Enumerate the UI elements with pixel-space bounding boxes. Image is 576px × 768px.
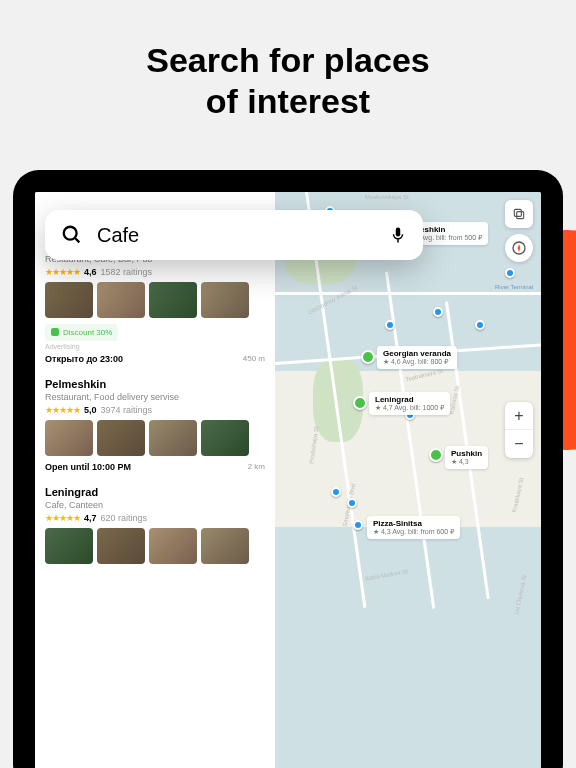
svg-rect-0 [514,209,521,216]
open-hours: Открыто до 23:00 [45,354,123,364]
rating-score: 4,6 [84,267,97,277]
search-icon [61,224,83,246]
rating-score: 4,7 [84,513,97,523]
street-label: Obkhodnoy Kanal St [307,284,358,315]
street-label: River Terminal [495,284,533,290]
compass-icon [511,240,527,256]
layers-icon [512,207,526,221]
results-panel[interactable]: Georgian veranda Restaurant, Cafe, Bar, … [35,192,275,768]
pin-label[interactable]: Pizza-Sinitsa★ 4,3 Avg. bill: from 600 ₽ [367,516,460,539]
street-label: Knutskaya St [511,477,524,513]
star-icon: ★★★★★ [45,513,80,523]
screen: Georgian veranda Restaurant, Cafe, Bar, … [35,192,541,768]
mic-icon[interactable] [389,224,407,246]
search-bar[interactable] [45,210,423,260]
discount-badge[interactable]: Discount 30% [45,324,118,341]
hero-title-2: of interest [0,81,576,122]
map-pin[interactable] [385,320,395,330]
map-pin-featured[interactable] [429,448,443,462]
open-hours: Open until 10:00 PM [45,462,131,472]
result-card[interactable]: Leningrad Cafe, Canteen ★★★★★4,7620 rait… [45,486,265,564]
zoom-control: + − [505,402,533,458]
photo-row[interactable] [45,420,265,456]
street-label: Karla-Marksa St [365,568,408,581]
star-icon: ★★★★★ [45,267,80,277]
pin-label[interactable]: Georgian veranda★ 4,6 Avg. bill: 800 ₽ [377,346,457,369]
map-pin[interactable] [475,320,485,330]
map-pin-featured[interactable] [361,350,375,364]
street-label: Teatralnaya St [405,367,444,382]
map-pin[interactable] [331,487,341,497]
hero-title-1: Search for places [0,40,576,81]
rating-count: 1582 raitings [101,267,153,277]
zoom-in-button[interactable]: + [505,402,533,430]
place-name: Pelmeshkin [45,378,265,390]
rating-count: 3974 raitings [101,405,153,415]
place-category: Cafe, Canteen [45,500,265,510]
map-pin[interactable] [505,268,515,278]
map-canvas[interactable]: Moskovskaya St Neva Embankment Obkhodnoy… [275,192,541,768]
compass-button[interactable] [505,234,533,262]
layers-button[interactable] [505,200,533,228]
svg-point-3 [64,227,77,240]
rating-score: 5,0 [84,405,97,415]
ad-label: Advertising [45,343,265,350]
distance: 2 km [248,462,265,471]
star-icon: ★★★★★ [45,405,80,415]
pin-label[interactable]: Pushkin★ 4,3 [445,446,488,469]
map-pin-featured[interactable] [353,396,367,410]
photo-row[interactable] [45,282,265,318]
place-name: Leningrad [45,486,265,498]
map-pin[interactable] [433,307,443,317]
svg-rect-1 [517,212,524,219]
svg-rect-5 [396,228,401,237]
pin-label[interactable]: Leningrad★ 4,7 Avg. bill: 1000 ₽ [369,392,450,415]
street-label: Prodolnaya St [308,426,319,464]
map-pin-featured[interactable] [353,520,363,530]
map-pin[interactable] [347,498,357,508]
search-input[interactable] [97,224,389,247]
zoom-out-button[interactable]: − [505,430,533,458]
rating-count: 620 raitings [101,513,148,523]
road [275,292,541,295]
street-label: Moskovskaya St [365,194,409,200]
distance: 450 m [243,354,265,363]
photo-row[interactable] [45,528,265,564]
place-category: Restaurant, Food delivery servise [45,392,265,402]
result-card[interactable]: Pelmeshkin Restaurant, Food delivery ser… [45,378,265,472]
svg-line-4 [75,238,80,243]
street-label: 1st Chukova St [513,574,527,615]
